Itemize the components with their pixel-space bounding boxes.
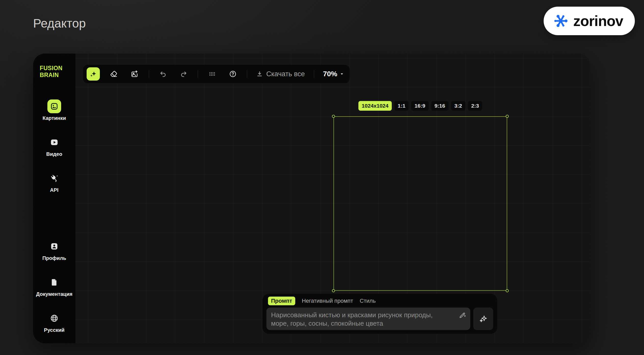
size-chip-16-9[interactable]: 16:9 (411, 101, 428, 111)
sidebar-item-api[interactable]: API (47, 171, 61, 193)
fusion-brain-logo: FUSION BRAIN (40, 65, 62, 79)
tab-prompt[interactable]: Промпт (268, 297, 295, 305)
sidebar-label-images: Картинки (43, 115, 66, 121)
redo-icon (180, 70, 187, 78)
toolbar-divider (149, 70, 149, 78)
generate-sparkle-icon (479, 314, 488, 323)
size-chip-row: 1024x1024 1:1 16:9 9:16 3:2 2:3 (358, 101, 482, 111)
plug-icon (50, 174, 59, 183)
globe-icon (50, 314, 59, 323)
editor-window: 1024x1024 1:1 16:9 9:16 3:2 2:3 FUSION B… (33, 54, 590, 343)
tab-negative-prompt[interactable]: Негативный промпт (302, 298, 353, 304)
toolbar-divider (314, 70, 314, 78)
toolbar-divider (198, 70, 198, 78)
chevron-down-icon (339, 71, 344, 77)
page-title: Редактор (33, 16, 86, 30)
tab-style[interactable]: Стиль (360, 298, 376, 304)
document-icon (50, 278, 58, 286)
prompt-tabs: Промпт Негативный промпт Стиль (268, 297, 493, 305)
magic-wand-icon (89, 70, 97, 78)
help-icon (229, 70, 237, 78)
selection-handle-bottom-left[interactable] (332, 289, 335, 292)
download-all-label: Скачать все (266, 70, 305, 78)
sidebar-label-api: API (50, 187, 58, 193)
sidebar-label-video: Видео (46, 151, 62, 157)
size-chip-2-3[interactable]: 2:3 (468, 101, 482, 111)
language-tile (47, 311, 61, 325)
images-tile (47, 99, 61, 113)
zoom-value: 70% (323, 70, 337, 78)
sidebar-nav: Картинки Видео (33, 99, 75, 343)
add-image-icon (131, 70, 138, 78)
brand-logo[interactable]: zorinov (544, 7, 635, 35)
brand-name: zorinov (573, 12, 623, 29)
profile-icon (50, 242, 59, 251)
video-tile (47, 135, 61, 149)
profile-tile (47, 239, 61, 253)
undo-icon (159, 70, 167, 78)
eraser-icon (110, 70, 118, 78)
prompt-panel: Промпт Негативный промпт Стиль (262, 294, 497, 334)
zoom-control[interactable]: 70% (321, 70, 346, 78)
images-icon (50, 102, 58, 110)
redo-button[interactable] (177, 67, 190, 81)
pixel-grid-button[interactable] (206, 67, 219, 81)
docs-tile (47, 275, 61, 289)
sidebar-item-images[interactable]: Картинки (43, 99, 66, 121)
toolbar-divider (247, 70, 247, 78)
toolbar: Скачать все 70% (83, 65, 350, 83)
selection-handle-top-right[interactable] (506, 115, 509, 118)
size-chip-1-1[interactable]: 1:1 (394, 101, 409, 111)
eraser-tool-button[interactable] (107, 67, 120, 81)
pixel-grid-icon (208, 70, 216, 78)
canvas-selection[interactable] (333, 116, 507, 291)
sidebar-item-language[interactable]: Русский (44, 311, 65, 333)
add-image-tool-button[interactable] (128, 67, 141, 81)
sidebar-label-language: Русский (44, 327, 65, 333)
sidebar-label-docs: Документация (36, 291, 73, 297)
prompt-row (266, 308, 493, 330)
help-button[interactable] (226, 67, 239, 81)
prompt-input-wrap (266, 308, 470, 330)
sidebar: FUSION BRAIN Картинки (33, 54, 75, 343)
sidebar-label-profile: Профиль (42, 255, 66, 261)
sidebar-item-video[interactable]: Видео (46, 135, 62, 157)
sidebar-item-docs[interactable]: Документация (36, 275, 73, 297)
video-icon (50, 138, 59, 147)
size-chip-9-16[interactable]: 9:16 (431, 101, 448, 111)
generate-button[interactable] (473, 308, 493, 330)
desktop-background: Редактор zorinov 1024x1024 1:1 16:9 9:16… (0, 0, 644, 355)
magic-pencil-icon[interactable] (459, 311, 466, 320)
zorinov-logo-icon (552, 12, 569, 29)
selection-handle-top-left[interactable] (332, 115, 335, 118)
undo-button[interactable] (156, 67, 170, 81)
sidebar-item-profile[interactable]: Профиль (42, 239, 66, 261)
download-all-button[interactable]: Скачать все (254, 70, 306, 78)
fusion-brain-logo-line2: BRAIN (40, 72, 62, 79)
fusion-brain-logo-line1: FUSION (40, 65, 62, 72)
size-chip-3-2[interactable]: 3:2 (451, 101, 465, 111)
download-icon (256, 70, 263, 78)
api-tile (47, 171, 61, 185)
prompt-input[interactable] (266, 308, 470, 330)
selection-handle-bottom-right[interactable] (506, 289, 509, 292)
generate-tool-button[interactable] (87, 67, 100, 81)
size-chip-1024x1024[interactable]: 1024x1024 (358, 101, 392, 111)
